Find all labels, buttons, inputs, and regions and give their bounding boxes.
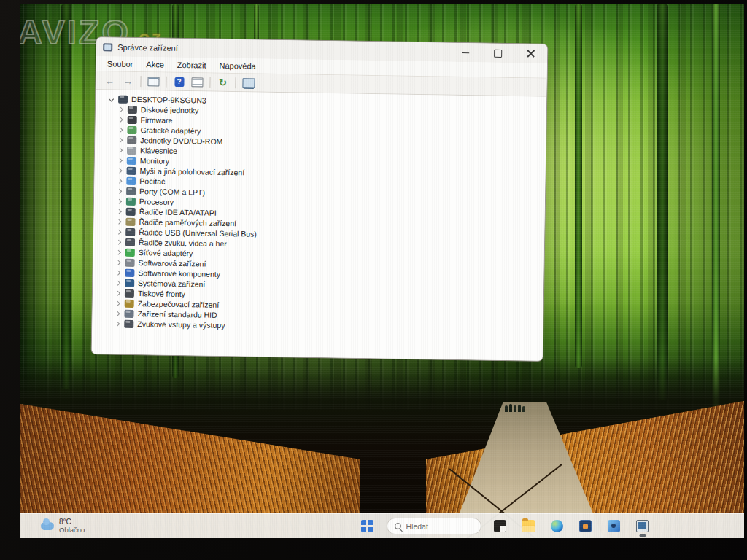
expand-chevron-icon[interactable] (115, 187, 123, 195)
toolbar-separator (235, 77, 236, 88)
storage-controller-icon (125, 217, 135, 225)
file-explorer-button[interactable] (519, 517, 538, 536)
disk-drive-icon (128, 105, 137, 113)
taskbar-center: Hledat (358, 517, 652, 536)
monitor-icon (127, 156, 136, 164)
device-category-label: Softwarová zařízení (139, 258, 206, 268)
device-category-label: Tiskové fronty (138, 289, 185, 298)
weather-condition: Oblačno (59, 526, 85, 534)
keyboard-icon (127, 146, 136, 154)
device-category-label: Monitory (140, 156, 169, 166)
device-category-label: Jednotky DVD/CD-ROM (140, 136, 222, 146)
software-component-icon (125, 268, 134, 276)
bamboo-trunk (712, 4, 720, 410)
expand-chevron-icon[interactable] (116, 126, 123, 133)
system-device-icon (125, 279, 134, 287)
console-tree-button[interactable] (145, 74, 161, 88)
taskbar-apps (491, 517, 652, 536)
expand-chevron-icon[interactable] (114, 300, 121, 307)
cloud-icon (41, 522, 54, 530)
device-category-label: Grafické adaptéry (140, 125, 201, 135)
expand-chevron-icon[interactable] (114, 269, 121, 276)
mouse-icon (126, 166, 136, 174)
display-adapter-icon (127, 125, 136, 133)
expand-chevron-icon[interactable] (115, 218, 122, 225)
task-view-button[interactable] (491, 517, 510, 536)
collapse-chevron-icon[interactable] (107, 95, 115, 102)
expand-chevron-icon[interactable] (114, 279, 121, 287)
menu-action[interactable]: Akce (141, 58, 169, 71)
software-device-icon (125, 258, 135, 266)
expand-chevron-icon[interactable] (115, 177, 123, 184)
firmware-chip-icon (128, 115, 137, 123)
properties-button[interactable] (189, 74, 205, 89)
window-icon (103, 43, 112, 51)
expand-chevron-icon[interactable] (115, 198, 123, 205)
bamboo-trunk (657, 4, 668, 400)
ports-icon (126, 187, 136, 195)
toolbar-separator (166, 76, 166, 87)
computer-name: DESKTOP-9KSGUN3 (131, 95, 206, 105)
expand-chevron-icon[interactable] (115, 238, 122, 246)
start-button[interactable] (358, 517, 377, 536)
device-category-label: Řadiče IDE ATA/ATAPI (139, 207, 217, 217)
expand-chevron-icon[interactable] (115, 259, 122, 266)
device-category-label: Řadiče USB (Universal Serial Bus) (139, 228, 257, 238)
taskbar-search-input[interactable]: Hledat (387, 518, 481, 534)
expand-chevron-icon[interactable] (116, 136, 123, 144)
expand-chevron-icon[interactable] (115, 208, 123, 215)
ide-controller-icon (126, 207, 136, 215)
scan-hardware-button[interactable]: ↻ (214, 75, 231, 90)
menu-view[interactable]: Zobrazit (172, 59, 212, 71)
store-button[interactable] (576, 517, 595, 536)
expand-chevron-icon[interactable] (115, 228, 122, 236)
expand-chevron-icon[interactable] (114, 289, 121, 297)
security-device-icon (125, 299, 134, 307)
print-queue-icon (125, 289, 134, 297)
weather-widget[interactable]: 8°C Oblačno (36, 516, 89, 536)
dvd-drive-icon (127, 136, 136, 144)
back-button[interactable]: ← (101, 73, 117, 88)
expand-chevron-icon[interactable] (117, 106, 124, 113)
help-button[interactable]: ? (171, 74, 187, 89)
people-silhouettes (505, 404, 525, 412)
usb-controller-icon (125, 228, 135, 236)
search-placeholder: Hledat (406, 522, 428, 531)
computer-root-icon (118, 95, 128, 103)
expand-chevron-icon[interactable] (115, 249, 122, 256)
expand-chevron-icon[interactable] (116, 157, 123, 164)
device-category-label: Myši a jiná polohovací zařízení (139, 166, 244, 176)
device-category-label: Porty (COM a LPT) (139, 187, 205, 196)
desktop-screen: AVIZO .cz Správce zařízení Soubor Akce Z… (20, 4, 744, 538)
menu-file[interactable]: Soubor (102, 58, 139, 70)
taskbar: 8°C Oblačno Hledat (20, 513, 744, 538)
maximize-button[interactable] (481, 43, 514, 63)
minimize-button[interactable] (449, 43, 481, 63)
expand-chevron-icon[interactable] (117, 116, 124, 123)
menu-help[interactable]: Nápověda (214, 60, 260, 72)
window-title: Správce zařízení (117, 43, 178, 52)
expand-chevron-icon[interactable] (116, 167, 123, 174)
close-button[interactable] (514, 44, 547, 63)
edge-browser-button[interactable] (548, 517, 567, 536)
forward-button[interactable]: → (120, 74, 136, 88)
device-category-label: Řadiče paměťových zařízení (139, 217, 236, 228)
search-icon (395, 523, 401, 529)
device-manager-window: Správce zařízení Soubor Akce Zobrazit Ná… (91, 36, 549, 362)
device-category-label: Zabezpečovací zařízení (138, 299, 220, 309)
expand-chevron-icon[interactable] (113, 310, 120, 317)
computer-icon (126, 176, 136, 184)
device-category-label: Zařízení standardu HID (137, 309, 217, 319)
network-adapter-icon (125, 248, 135, 256)
bamboo-trunk (575, 4, 582, 368)
device-manager-taskbar-button[interactable] (633, 517, 652, 536)
hid-device-icon (124, 309, 133, 317)
expand-chevron-icon[interactable] (113, 320, 120, 327)
expand-chevron-icon[interactable] (116, 147, 123, 154)
device-category-label: Systémová zařízení (138, 279, 205, 288)
photos-button[interactable] (605, 517, 624, 536)
device-category-label: Diskové jednotky (141, 105, 199, 114)
device-category-label: Softwarové komponenty (138, 268, 220, 279)
devices-button[interactable] (240, 75, 256, 90)
device-category-label: Síťové adaptéry (139, 248, 193, 257)
